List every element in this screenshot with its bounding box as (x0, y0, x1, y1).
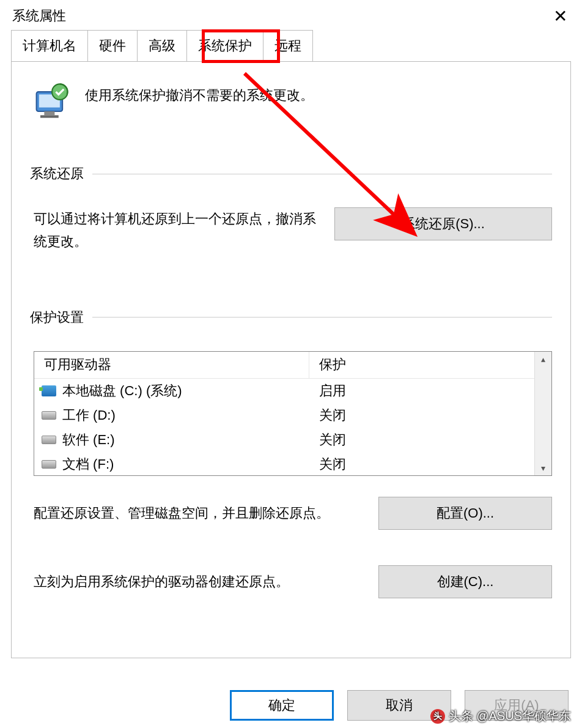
drive-status: 关闭 (309, 455, 534, 474)
restore-heading: 系统还原 (30, 165, 84, 183)
intro-row: 使用系统保护撤消不需要的系统更改。 (30, 80, 552, 122)
watermark: 头 头条 @ASUS华硕华东 (430, 708, 571, 724)
col-protect-header[interactable]: 保护 (309, 355, 534, 374)
configure-row: 配置还原设置、管理磁盘空间，并且删除还原点。 配置(O)... (30, 497, 552, 530)
section-header-protection: 保护设置 (30, 308, 552, 327)
titlebar: 系统属性 ✕ (0, 0, 582, 32)
svg-rect-2 (44, 111, 54, 115)
tab-hardware[interactable]: 硬件 (87, 30, 138, 61)
divider (92, 317, 552, 318)
drive-table-header: 可用驱动器 保护 (34, 352, 534, 379)
restore-row: 可以通过将计算机还原到上一个还原点，撤消系统更改。 系统还原(S)... (30, 207, 552, 253)
drive-table: 可用驱动器 保护 本地磁盘 (C:) (系统)启用工作 (D:)关闭软件 (E:… (34, 351, 552, 476)
tab-panel-system-protection: 使用系统保护撤消不需要的系统更改。 系统还原 可以通过将计算机还原到上一个还原点… (11, 61, 571, 658)
configure-description: 配置还原设置、管理磁盘空间，并且删除还原点。 (34, 502, 360, 524)
scroll-down-icon[interactable]: ▾ (541, 463, 545, 473)
window-title: 系统属性 (12, 7, 66, 25)
system-protection-icon (30, 80, 72, 122)
watermark-text: 头条 @ASUS华硕华东 (449, 708, 571, 724)
create-button[interactable]: 创建(C)... (378, 565, 552, 598)
scroll-up-icon[interactable]: ▴ (541, 354, 545, 364)
drive-name: 工作 (D:) (62, 406, 116, 425)
drive-name-cell: 软件 (E:) (34, 431, 309, 449)
protection-heading: 保护设置 (30, 308, 84, 327)
create-description: 立刻为启用系统保护的驱动器创建还原点。 (34, 571, 360, 592)
drive-name-cell: 本地磁盘 (C:) (系统) (34, 382, 309, 400)
ok-button[interactable]: 确定 (230, 690, 334, 721)
svg-rect-3 (40, 115, 59, 117)
drive-name: 本地磁盘 (C:) (系统) (62, 382, 182, 400)
restore-description: 可以通过将计算机还原到上一个还原点，撤消系统更改。 (34, 207, 316, 253)
drive-row[interactable]: 文档 (F:)关闭 (34, 452, 534, 475)
divider (92, 174, 552, 174)
col-drive-header[interactable]: 可用驱动器 (34, 352, 309, 378)
hdd-icon (42, 436, 56, 444)
tab-advanced[interactable]: 高级 (137, 30, 187, 61)
tab-strip: 计算机名 硬件 高级 系统保护 远程 (0, 32, 582, 61)
drive-row[interactable]: 本地磁盘 (C:) (系统)启用 (34, 379, 534, 403)
scrollbar[interactable]: ▴ ▾ (534, 352, 551, 475)
system-restore-button[interactable]: 系统还原(S)... (334, 207, 552, 240)
drive-status: 关闭 (309, 431, 534, 449)
tab-system-protection[interactable]: 系统保护 (186, 30, 263, 61)
tab-computer-name[interactable]: 计算机名 (11, 30, 88, 61)
configure-button[interactable]: 配置(O)... (378, 497, 552, 530)
drive-table-body: 可用驱动器 保护 本地磁盘 (C:) (系统)启用工作 (D:)关闭软件 (E:… (34, 352, 534, 475)
hdd-icon (42, 411, 56, 420)
drive-name-cell: 工作 (D:) (34, 406, 309, 425)
system-drive-icon (42, 385, 56, 396)
section-header-restore: 系统还原 (30, 165, 552, 183)
hdd-icon (42, 460, 56, 469)
drive-name-cell: 文档 (F:) (34, 455, 309, 474)
watermark-icon: 头 (430, 709, 445, 724)
tab-remote[interactable]: 远程 (263, 30, 313, 61)
drive-status: 关闭 (309, 406, 534, 425)
drive-name: 软件 (E:) (62, 431, 115, 449)
close-icon[interactable]: ✕ (547, 4, 573, 29)
drive-row[interactable]: 软件 (E:)关闭 (34, 428, 534, 452)
create-row: 立刻为启用系统保护的驱动器创建还原点。 创建(C)... (30, 565, 552, 598)
drive-name: 文档 (F:) (62, 455, 114, 474)
drive-status: 启用 (309, 382, 534, 400)
drive-row[interactable]: 工作 (D:)关闭 (34, 403, 534, 428)
intro-text: 使用系统保护撤消不需要的系统更改。 (85, 80, 314, 105)
